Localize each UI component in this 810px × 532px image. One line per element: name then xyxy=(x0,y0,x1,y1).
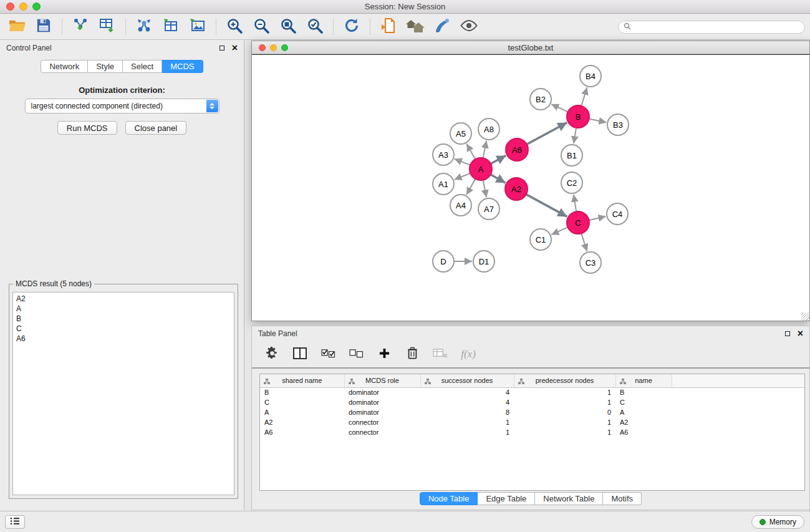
table-cell[interactable]: A2 xyxy=(615,417,672,427)
result-list-item[interactable]: C xyxy=(16,324,231,334)
node-C2[interactable]: C2 xyxy=(561,172,582,193)
table-cell[interactable]: connector xyxy=(344,417,420,427)
resize-grip[interactable] xyxy=(801,312,809,321)
table-row[interactable]: Bdominator41B xyxy=(260,387,804,397)
delete-table-button[interactable] xyxy=(433,346,448,363)
close-window-button[interactable] xyxy=(6,2,14,11)
node-B4[interactable]: B4 xyxy=(580,65,601,87)
zoom-in-button[interactable] xyxy=(223,17,246,37)
tab-motifs[interactable]: Motifs xyxy=(603,492,642,505)
node-A8[interactable]: A8 xyxy=(478,118,499,140)
node-D[interactable]: D xyxy=(433,251,454,272)
node-A3[interactable]: A3 xyxy=(433,144,454,165)
network-canvas[interactable]: B4B2BB3A5A8A6B1A3AC2A1A2A4A7C4CC1C3DD1 xyxy=(252,55,809,321)
create-column-button[interactable] xyxy=(377,346,392,363)
table-cell[interactable]: 1 xyxy=(514,397,615,407)
open-session-button[interactable] xyxy=(5,17,29,37)
float-panel-icon[interactable] xyxy=(219,46,224,51)
table-row[interactable]: Cdominator41C xyxy=(260,397,804,407)
open-document-button[interactable] xyxy=(377,17,400,37)
node-A4[interactable]: A4 xyxy=(450,195,471,216)
select-all-button[interactable] xyxy=(321,346,335,363)
node-A7[interactable]: A7 xyxy=(478,198,499,220)
table-cell[interactable]: 4 xyxy=(420,387,514,397)
table-cell[interactable]: dominator xyxy=(344,387,420,397)
home-button[interactable] xyxy=(403,17,427,37)
float-table-panel-icon[interactable] xyxy=(785,331,790,336)
show-hide-button[interactable] xyxy=(457,17,481,37)
result-list-item[interactable]: A6 xyxy=(16,334,231,344)
close-panel-button[interactable]: Close panel xyxy=(125,121,187,135)
table-cell[interactable]: A6 xyxy=(260,427,344,437)
search-field[interactable] xyxy=(618,21,805,34)
node-B[interactable]: B xyxy=(567,105,589,128)
style-button[interactable] xyxy=(430,17,454,37)
export-table-button[interactable] xyxy=(159,17,183,37)
minimize-network-window-button[interactable] xyxy=(270,44,277,51)
table-cell[interactable]: A2 xyxy=(260,417,344,427)
export-image-button[interactable] xyxy=(186,17,210,37)
delete-column-button[interactable] xyxy=(405,346,420,363)
table-cell[interactable]: dominator xyxy=(344,407,420,417)
column-header-predecessor-nodes[interactable]: predecessor nodes xyxy=(514,374,615,387)
result-list-item[interactable]: B xyxy=(16,314,231,324)
node-C1[interactable]: C1 xyxy=(530,229,551,250)
node-B2[interactable]: B2 xyxy=(530,89,551,110)
column-header-shared-name[interactable]: shared name xyxy=(260,374,344,387)
close-table-panel-icon[interactable]: × xyxy=(798,331,803,337)
network-window-titlebar[interactable]: testGlobe.txt xyxy=(252,41,809,54)
edge-C-C4[interactable] xyxy=(589,216,606,220)
table-cell[interactable]: B xyxy=(615,387,672,397)
table-cell[interactable]: 0 xyxy=(514,407,615,417)
zoom-out-button[interactable] xyxy=(249,17,273,37)
node-A6[interactable]: A6 xyxy=(506,138,528,161)
tab-network[interactable]: Network xyxy=(41,60,88,73)
edge-A-A3[interactable] xyxy=(455,159,471,165)
table-cell[interactable]: dominator xyxy=(344,397,420,407)
edge-B-B3[interactable] xyxy=(589,119,607,123)
node-D1[interactable]: D1 xyxy=(473,251,494,272)
node-A1[interactable]: A1 xyxy=(433,173,454,195)
edge-B-B1[interactable] xyxy=(574,128,576,143)
table-cell[interactable]: 8 xyxy=(420,407,514,417)
table-cell[interactable]: A xyxy=(260,407,344,417)
node-C[interactable]: C xyxy=(567,211,589,234)
table-cell[interactable]: 1 xyxy=(514,427,615,437)
table-cell[interactable]: A xyxy=(615,407,672,417)
network-canvas-area[interactable]: B4B2BB3A5A8A6B1A3AC2A1A2A4A7C4CC1C3DD1 xyxy=(252,54,809,321)
result-list-item[interactable]: A xyxy=(16,304,231,314)
zoom-selected-button[interactable] xyxy=(303,17,327,37)
show-columns-button[interactable] xyxy=(292,346,307,363)
import-network-button[interactable] xyxy=(69,17,92,37)
close-network-window-button[interactable] xyxy=(259,44,266,51)
edge-A-A8[interactable] xyxy=(483,141,487,158)
zoom-fit-button[interactable] xyxy=(276,17,300,37)
table-cell[interactable]: C xyxy=(615,397,672,407)
node-A2[interactable]: A2 xyxy=(505,178,528,200)
table-row[interactable]: A2connector11A2 xyxy=(260,417,804,427)
node-A[interactable]: A xyxy=(470,158,492,180)
tab-network-table[interactable]: Network Table xyxy=(535,492,603,505)
tab-edge-table[interactable]: Edge Table xyxy=(478,492,535,505)
minimize-window-button[interactable] xyxy=(19,2,27,11)
table-cell[interactable]: B xyxy=(260,387,344,397)
function-builder-button[interactable]: f(x) xyxy=(461,346,476,363)
edge-A-A7[interactable] xyxy=(483,180,487,198)
table-cell[interactable]: 1 xyxy=(514,387,615,397)
edge-C-C2[interactable] xyxy=(574,195,576,211)
table-cell[interactable]: C xyxy=(260,397,344,407)
table-cell[interactable]: 1 xyxy=(514,417,615,427)
search-input[interactable] xyxy=(634,22,799,31)
zoom-network-window-button[interactable] xyxy=(281,44,288,51)
import-table-button[interactable] xyxy=(95,17,119,37)
edge-B-B2[interactable] xyxy=(551,104,568,112)
run-mcds-button[interactable]: Run MCDS xyxy=(57,121,117,135)
node-table[interactable]: shared nameMCDS rolesuccessor nodesprede… xyxy=(259,374,805,491)
column-header-MCDS-role[interactable]: MCDS role xyxy=(344,374,420,387)
refresh-button[interactable] xyxy=(340,17,364,37)
table-cell[interactable]: connector xyxy=(344,427,420,437)
edge-B-B4[interactable] xyxy=(581,87,587,106)
column-header-name[interactable]: name xyxy=(615,374,672,387)
table-settings-button[interactable] xyxy=(264,346,279,363)
deselect-all-button[interactable] xyxy=(349,346,364,363)
